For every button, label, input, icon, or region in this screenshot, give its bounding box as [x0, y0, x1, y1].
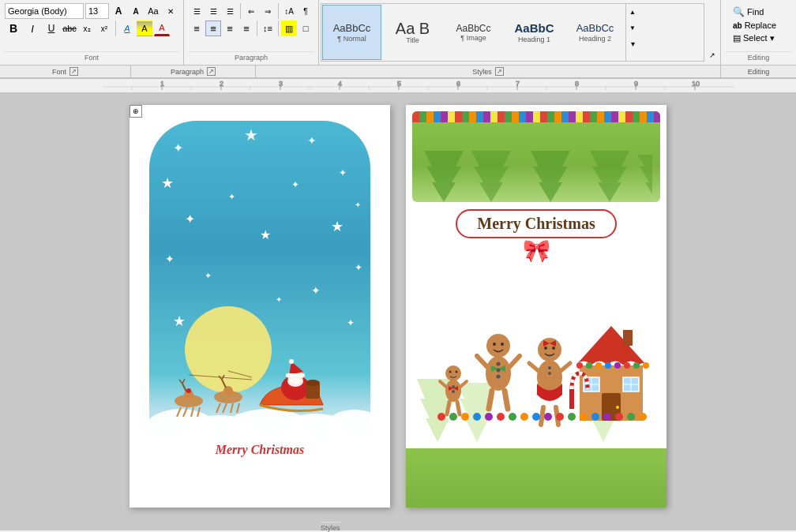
paragraph-section-label: Paragraph [189, 51, 314, 62]
font-name-input[interactable] [5, 3, 84, 19]
svg-line-128 [561, 363, 570, 371]
svg-point-81 [306, 380, 320, 386]
replace-btn[interactable]: ab Replace [730, 20, 787, 31]
santa-card: ✦ ✦ ★ ✦ ★ ✦ ✦ ✦ ★ ✦ ✦ ✦ ★ ✦ ✦ [130, 105, 390, 508]
multilevel-btn[interactable]: ☰ [222, 3, 238, 19]
select-btn[interactable]: ▤ Select ▾ [730, 32, 787, 44]
increase-indent-btn[interactable]: ⇒ [260, 3, 276, 19]
svg-point-160 [544, 413, 552, 421]
svg-line-115 [477, 356, 487, 367]
align-left-btn[interactable]: ≡ [189, 21, 205, 36]
svg-text:6: 6 [456, 80, 460, 88]
svg-line-71 [237, 403, 239, 413]
styles-expand-bar-icon[interactable]: ↗ [495, 67, 504, 76]
svg-marker-89 [590, 151, 629, 202]
svg-point-112 [497, 375, 501, 379]
replace-label: Replace [745, 21, 776, 30]
gb-header [412, 111, 660, 202]
svg-text:5: 5 [397, 80, 401, 88]
merry-christmas-text: Merry Christmas [477, 215, 595, 232]
select-label: Select ▾ [743, 33, 775, 43]
svg-line-114 [505, 391, 508, 409]
highlight-btn[interactable]: A [137, 21, 152, 36]
svg-point-129 [544, 347, 547, 350]
borders-btn[interactable]: □ [298, 21, 314, 36]
clear-format-btn[interactable]: ✕ [163, 3, 178, 19]
find-btn[interactable]: 🔍 Find [730, 6, 787, 18]
decrease-indent-btn[interactable]: ⇐ [243, 3, 259, 19]
style-title-label: Title [406, 36, 419, 44]
show-marks-btn[interactable]: ¶ [298, 3, 314, 19]
svg-point-119 [538, 338, 561, 362]
replace-icon: ab [733, 21, 742, 30]
gingerbread-scene-svg [414, 287, 659, 460]
font-grow-btn[interactable]: A [111, 3, 126, 19]
svg-line-102 [440, 381, 447, 388]
merry-text-box: Merry Christmas [456, 209, 616, 238]
font-expand-icon[interactable]: ↗ [69, 67, 78, 76]
styles-label: Styles [472, 68, 492, 76]
style-normal[interactable]: AaBbCc ¶ Normal [322, 5, 381, 60]
font-shrink-btn[interactable]: A [128, 3, 144, 19]
editing-controls: 🔍 Find ab Replace ▤ Select ▾ [726, 3, 791, 47]
svg-rect-141 [623, 330, 633, 346]
change-case-btn[interactable]: Aa [145, 3, 161, 19]
strikethrough-btn[interactable]: abc [62, 21, 77, 36]
style-title[interactable]: Aa B Title [383, 5, 442, 60]
italic-btn[interactable]: I [24, 21, 41, 36]
svg-point-146 [614, 362, 621, 369]
svg-line-62 [182, 384, 186, 392]
svg-text:★: ★ [244, 126, 258, 144]
svg-text:8: 8 [575, 80, 579, 88]
line-spacing-btn[interactable]: ↕≡ [260, 21, 276, 36]
svg-point-134 [616, 406, 619, 409]
style-normal-preview: AaBbCc [333, 22, 371, 35]
svg-point-145 [605, 362, 611, 369]
svg-point-155 [485, 413, 493, 421]
page-move-handle[interactable]: ⊕ [130, 105, 142, 118]
bold-btn[interactable]: B [5, 21, 22, 36]
styles-scroll-down[interactable]: ▼ [626, 20, 639, 36]
divider3 [257, 21, 257, 36]
justify-btn[interactable]: ≡ [238, 21, 254, 36]
sort-btn[interactable]: ↕A [281, 3, 297, 19]
svg-text:3: 3 [279, 80, 283, 88]
font-size-input[interactable] [85, 3, 109, 19]
svg-point-162 [568, 413, 576, 421]
styles-scroll-up[interactable]: ▲ [626, 4, 639, 20]
svg-line-103 [460, 381, 467, 388]
svg-line-101 [457, 402, 460, 414]
svg-text:★: ★ [260, 228, 271, 242]
font-color-btn[interactable]: A [154, 21, 170, 36]
svg-rect-0 [103, 79, 734, 92]
svg-text:✦: ✦ [355, 262, 362, 273]
svg-point-156 [497, 413, 505, 421]
editing-label-bar: Editing [721, 66, 796, 77]
align-center-btn[interactable]: ≡ [205, 21, 221, 36]
shading-btn[interactable]: ▥ [281, 21, 297, 36]
underline-btn[interactable]: U [43, 21, 60, 36]
svg-point-164 [591, 413, 599, 421]
styles-more-btn[interactable]: ▾ [626, 36, 639, 51]
svg-point-159 [532, 413, 540, 421]
svg-marker-87 [471, 151, 511, 202]
subscript-btn[interactable]: x₂ [79, 21, 95, 36]
para-expand-icon[interactable]: ↗ [207, 67, 216, 76]
style-image[interactable]: AaBbCc ¶ Image [444, 5, 503, 60]
styles-expand-btn[interactable]: ↗ [706, 49, 719, 62]
styles-container: AaBbCc ¶ Normal Aa B Title AaBbCc ¶ Imag… [321, 3, 704, 62]
svg-point-104 [449, 371, 452, 373]
style-heading1[interactable]: AaBbC Heading 1 [505, 5, 564, 60]
svg-point-117 [493, 343, 496, 346]
svg-text:✦: ✦ [165, 253, 175, 265]
bullets-btn[interactable]: ☰ [189, 3, 205, 19]
numbering-btn[interactable]: ☰ [205, 3, 221, 19]
text-effects-btn[interactable]: A [119, 21, 135, 36]
font-label-bar: Font ↗ [0, 66, 131, 77]
superscript-btn[interactable]: x² [96, 21, 112, 36]
align-right-btn[interactable]: ≡ [222, 21, 238, 36]
style-heading2[interactable]: AaBbCc Heading 2 [565, 5, 625, 60]
svg-text:9: 9 [634, 80, 638, 88]
svg-text:✦: ✦ [291, 179, 299, 190]
svg-point-50 [185, 306, 272, 393]
